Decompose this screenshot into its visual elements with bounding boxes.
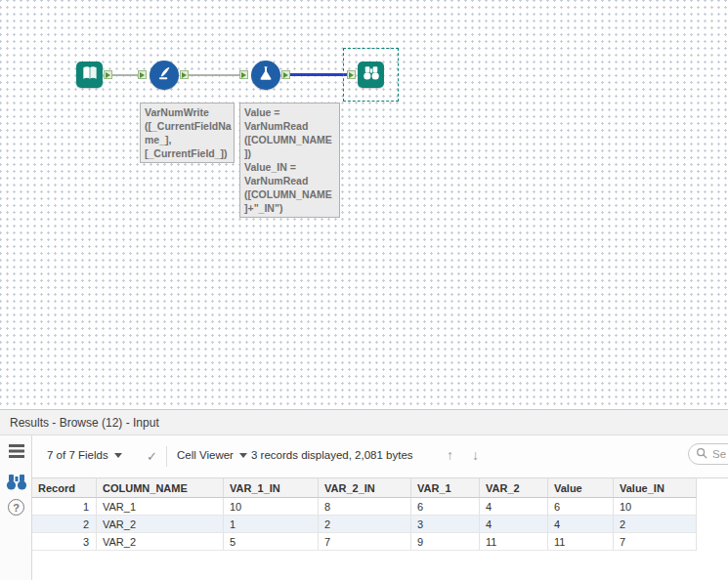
browse-view-icon[interactable]: [0, 473, 32, 491]
column-header[interactable]: VAR_1: [411, 478, 480, 498]
formula-tool[interactable]: [251, 61, 280, 90]
table-cell[interactable]: VAR_2: [97, 533, 224, 551]
chevron-down-icon: [239, 453, 247, 458]
output-anchor-input-tool[interactable]: [104, 70, 112, 79]
apply-button[interactable]: ✓: [147, 449, 157, 464]
table-cell[interactable]: 6: [411, 498, 480, 516]
column-header[interactable]: Record: [32, 478, 97, 498]
column-header[interactable]: Value_IN: [614, 478, 697, 498]
cell-viewer-dropdown[interactable]: Cell Viewer: [177, 449, 247, 461]
table-cell[interactable]: 2: [614, 516, 697, 533]
table-cell[interactable]: 3: [32, 533, 97, 551]
toolbar-divider: [166, 446, 167, 467]
column-header[interactable]: VAR_2_IN: [319, 478, 411, 498]
table-cell[interactable]: 4: [548, 516, 614, 533]
help-glyph: ?: [13, 502, 20, 514]
output-anchor-multifield-tool[interactable]: [180, 70, 189, 79]
results-sidebar: ?: [0, 435, 32, 580]
table-cell[interactable]: 11: [480, 533, 548, 551]
table-cell[interactable]: 1: [224, 516, 319, 533]
results-table: Record COLUMN_NAME VAR_1_IN VAR_2_IN VAR…: [32, 478, 697, 551]
workflow-canvas[interactable]: VarNumWrite ([_CurrentFieldNa me_], [_Cu…: [0, 0, 728, 410]
records-status: 3 records displayed, 2,081 bytes: [251, 449, 413, 461]
search-input[interactable]: Se: [688, 443, 728, 465]
table-cell[interactable]: 4: [480, 516, 548, 533]
table-cell[interactable]: 2: [32, 516, 97, 533]
chevron-down-icon: [114, 453, 122, 458]
column-header[interactable]: VAR_1_IN: [224, 478, 319, 498]
records-status-text: 3 records displayed, 2,081 bytes: [251, 449, 413, 461]
table-cell[interactable]: 1: [32, 498, 97, 516]
search-icon: [696, 447, 707, 461]
results-toolbar: 7 of 7 Fields ✓ Cell Viewer 3 records di…: [32, 435, 728, 478]
table-cell[interactable]: 8: [319, 498, 411, 516]
input-anchor-multifield-tool[interactable]: [138, 70, 147, 79]
input-data-tool[interactable]: [76, 62, 103, 88]
flask-icon: [256, 63, 276, 87]
browse-tool[interactable]: [358, 62, 384, 88]
table-cell[interactable]: 6: [548, 498, 614, 516]
multi-field-formula-tool[interactable]: [150, 61, 179, 90]
input-data-icon: [80, 63, 100, 87]
table-cell[interactable]: 2: [319, 516, 411, 533]
pen-icon: [154, 63, 174, 87]
table-cell[interactable]: VAR_1: [97, 498, 224, 516]
table-cell[interactable]: VAR_2: [97, 516, 224, 533]
fields-dropdown-label: 7 of 7 Fields: [47, 449, 108, 461]
cell-viewer-label: Cell Viewer: [177, 449, 234, 461]
help-icon[interactable]: ?: [0, 499, 32, 516]
table-cell[interactable]: 7: [319, 533, 411, 551]
annotation-varnumread[interactable]: Value = VarNumRead ([COLUMN_NAME ]) Valu…: [239, 103, 340, 218]
column-header[interactable]: Value: [548, 478, 614, 498]
table-cell[interactable]: 7: [614, 533, 697, 551]
column-header[interactable]: COLUMN_NAME: [97, 478, 224, 498]
fields-dropdown[interactable]: 7 of 7 Fields: [47, 449, 122, 461]
table-cell[interactable]: 4: [480, 498, 548, 516]
table-cell[interactable]: 11: [548, 533, 614, 551]
down-arrow-icon[interactable]: ↓: [472, 447, 479, 463]
results-title: Results - Browse (12) - Input: [10, 416, 159, 430]
table-cell[interactable]: 5: [224, 533, 319, 551]
annotation-varnumwrite[interactable]: VarNumWrite ([_CurrentFieldNa me_], [_Cu…: [140, 103, 235, 163]
alteryx-designer-window: VarNumWrite ([_CurrentFieldNa me_], [_Cu…: [0, 0, 728, 580]
up-arrow-icon[interactable]: ↑: [447, 447, 453, 463]
grid-view-icon[interactable]: [0, 443, 32, 459]
table-cell[interactable]: 10: [614, 498, 697, 516]
connection-multifield-to-formula[interactable]: [189, 74, 239, 76]
search-placeholder: Se: [712, 448, 726, 460]
column-header[interactable]: VAR_2: [480, 478, 548, 498]
table-cell[interactable]: 10: [224, 498, 319, 516]
table-cell[interactable]: 3: [411, 516, 480, 533]
table-cell[interactable]: 9: [411, 533, 480, 551]
connection-input-to-multifield[interactable]: [112, 74, 138, 76]
connection-formula-to-browse-selected[interactable]: [290, 73, 347, 76]
check-icon: ✓: [147, 449, 157, 464]
results-panel-header: Results - Browse (12) - Input: [0, 410, 728, 435]
input-anchor-formula-tool[interactable]: [239, 70, 248, 79]
binoculars-icon: [362, 63, 381, 87]
output-anchor-formula-tool[interactable]: [281, 70, 290, 79]
